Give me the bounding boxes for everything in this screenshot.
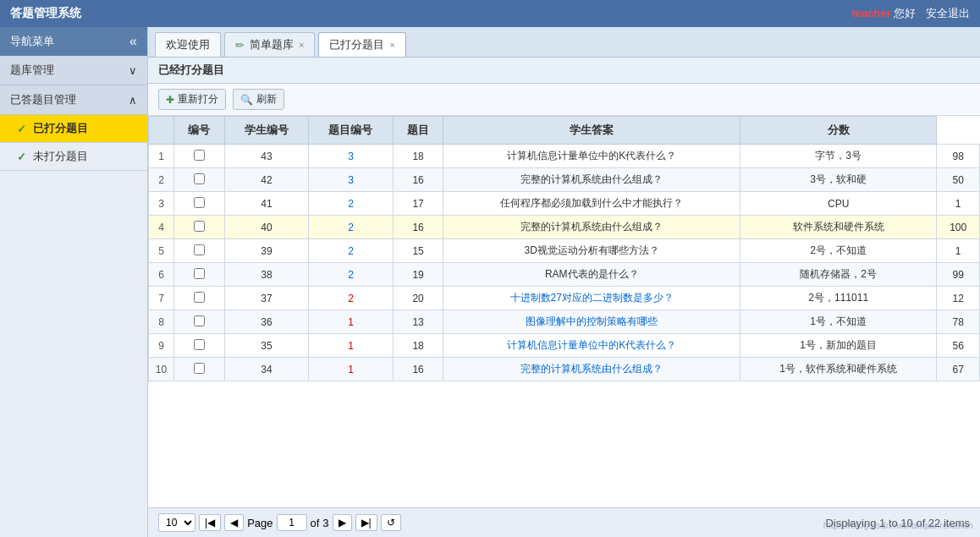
reshuffle-button[interactable]: ✚ 重新打分 (158, 89, 226, 110)
cell-checkbox[interactable] (174, 239, 225, 263)
row-checkbox[interactable] (194, 292, 205, 303)
sidebar-item-label: 题库管理 (10, 63, 54, 78)
table-area: 编号 学生编号 题目编号 题目 学生答案 分数 143318计算机信息计量单位中… (148, 116, 980, 507)
page-size-select[interactable]: 10 20 50 (158, 513, 195, 532)
cell-question-id: 19 (393, 263, 443, 287)
cell-checkbox[interactable] (174, 192, 225, 216)
col-score: 分数 (741, 117, 937, 145)
cell-question-id: 17 (393, 192, 443, 216)
cell-answer: 字节，3号 (741, 145, 937, 168)
sidebar-item-graded[interactable]: ✓ 已打分题目 (0, 115, 147, 143)
cell-score: 100 (937, 216, 980, 239)
prev-page-button[interactable]: ◀ (224, 514, 244, 531)
row-checkbox[interactable] (194, 197, 205, 208)
logout-button[interactable]: 安全退出 (926, 7, 970, 19)
tab-question-bank-label: 简单题库 (250, 37, 294, 52)
cell-answer: 1号，新加的题目 (741, 334, 937, 358)
cell-student-id[interactable]: 1 (309, 358, 394, 381)
col-id: 编号 (174, 117, 225, 145)
tab-question-bank[interactable]: ✏ 简单题库 × (224, 32, 315, 57)
cell-student-id[interactable]: 3 (309, 145, 394, 168)
table-row: 143318计算机信息计量单位中的K代表什么？字节，3号98 (149, 145, 980, 168)
cell-question-id: 18 (393, 334, 443, 358)
cell-student-id[interactable]: 2 (309, 263, 394, 287)
cell-answer: 1号，软件系统和硬件系统 (741, 358, 937, 381)
display-info: Displaying 1 to 10 of 22 items (825, 517, 970, 529)
cell-score: 50 (937, 168, 980, 192)
last-page-button[interactable]: ▶| (355, 514, 377, 531)
cell-student-id[interactable]: 2 (309, 192, 394, 216)
cell-score: 78 (937, 310, 980, 334)
tab-welcome[interactable]: 欢迎使用 (155, 32, 221, 57)
chevron-down-icon: ∨ (129, 64, 137, 77)
first-page-button[interactable]: |◀ (199, 514, 221, 531)
cell-id: 35 (224, 334, 309, 358)
cell-checkbox[interactable] (174, 334, 225, 358)
cell-student-id[interactable]: 3 (309, 168, 394, 192)
sidebar-item-answered[interactable]: 已答题目管理 ∧ (0, 85, 147, 115)
total-pages: 3 (322, 517, 328, 529)
sidebar-item-ungraded[interactable]: ✓ 未打分题目 (0, 143, 147, 171)
layout: 导航菜单 « 题库管理 ∨ 已答题目管理 ∧ ✓ 已打分题目 ✓ 未打分题目 欢 (0, 27, 980, 537)
row-checkbox[interactable] (194, 363, 205, 374)
cell-id: 34 (224, 358, 309, 381)
cell-question: 完整的计算机系统由什么组成？ (443, 216, 741, 239)
sidebar-collapse-icon[interactable]: « (129, 34, 137, 49)
tab-graded-label: 已打分题目 (329, 37, 384, 52)
sidebar-item-ungraded-label: 未打分题目 (33, 149, 88, 164)
tab-close-icon[interactable]: × (389, 40, 394, 50)
cell-checkbox[interactable] (174, 168, 225, 192)
cell-checkbox[interactable] (174, 263, 225, 287)
cell-checkbox[interactable] (174, 145, 225, 168)
top-bar: 答题管理系统 teacher 您好 安全退出 (0, 0, 980, 27)
cell-answer: 1号，不知道 (741, 310, 937, 334)
cell-student-id[interactable]: 1 (309, 310, 394, 334)
cell-checkbox[interactable] (174, 358, 225, 381)
cell-question: 任何程序都必须加载到什么中才能执行？ (443, 192, 741, 216)
col-answer: 学生答案 (443, 117, 741, 145)
row-checkbox[interactable] (194, 268, 205, 279)
sidebar-item-question-bank[interactable]: 题库管理 ∨ (0, 56, 147, 85)
cell-answer: 2号，不知道 (741, 239, 937, 263)
cell-checkbox[interactable] (174, 216, 225, 239)
cell-question: 计算机信息计量单位中的K代表什么？ (443, 334, 741, 358)
row-checkbox[interactable] (194, 221, 205, 232)
cell-score: 1 (937, 192, 980, 216)
cell-checkbox[interactable] (174, 310, 225, 334)
cell-checkbox[interactable] (174, 287, 225, 310)
page-label: Page (247, 517, 273, 529)
refresh-button[interactable]: 🔍 刷新 (233, 89, 284, 110)
cell-score: 98 (937, 145, 980, 168)
username: teacher (852, 7, 891, 19)
tab-graded[interactable]: 已打分题目 × (318, 32, 405, 57)
cell-answer: 3号，软和硬 (741, 168, 937, 192)
sidebar-item-graded-label: 已打分题目 (33, 121, 88, 136)
next-page-button[interactable]: ▶ (333, 514, 352, 531)
table-row: 440216完整的计算机系统由什么组成？软件系统和硬件系统100 (149, 216, 980, 239)
row-checkbox[interactable] (194, 315, 205, 326)
cell-student-id[interactable]: 2 (309, 287, 394, 310)
table-row: 242316完整的计算机系统由什么组成？3号，软和硬50 (149, 168, 980, 192)
cell-student-id[interactable]: 2 (309, 216, 394, 239)
page-number-input[interactable] (277, 514, 307, 531)
plus-icon: ✚ (166, 94, 174, 106)
row-checkbox[interactable] (194, 150, 205, 161)
sidebar-submenu: ✓ 已打分题目 ✓ 未打分题目 (0, 115, 147, 171)
row-checkbox[interactable] (194, 173, 205, 184)
table-refresh-button[interactable]: ↺ (381, 514, 401, 531)
cell-score: 1 (937, 239, 980, 263)
greeting: 您好 (894, 7, 916, 19)
cell-question: 完整的计算机系统由什么组成？ (443, 168, 741, 192)
row-checkbox[interactable] (194, 339, 205, 350)
row-number: 2 (149, 168, 174, 192)
cell-question: 计算机信息计量单位中的K代表什么？ (443, 145, 741, 168)
pagination-bar: 10 20 50 |◀ ◀ Page of 3 ▶ ▶| ↺ Displayin… (148, 507, 980, 537)
col-question: 题目 (393, 117, 443, 145)
cell-id: 40 (224, 216, 309, 239)
sidebar-item-label: 已答题目管理 (10, 92, 76, 107)
cell-question-id: 16 (393, 358, 443, 381)
row-checkbox[interactable] (194, 244, 205, 255)
tab-close-icon[interactable]: × (299, 40, 304, 50)
cell-student-id[interactable]: 1 (309, 334, 394, 358)
cell-student-id[interactable]: 2 (309, 239, 394, 263)
